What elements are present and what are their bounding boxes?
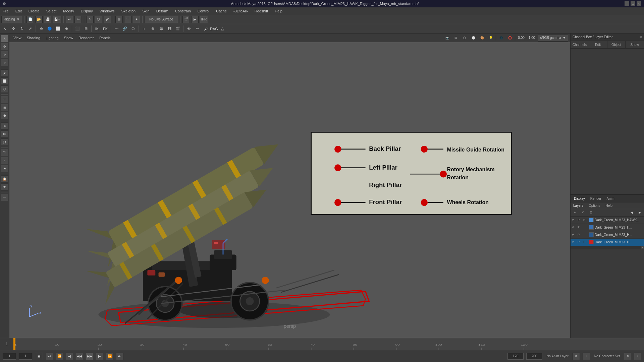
menu-redshift[interactable]: Redshift (253, 8, 269, 14)
vp-shading-menu[interactable]: Shading (25, 35, 42, 41)
layer-p0[interactable]: P (578, 218, 582, 222)
render-btn[interactable]: ▶ (191, 16, 199, 23)
viewport[interactable]: View Shading Lighting Show Renderer Pane… (9, 34, 570, 338)
snap-point-btn[interactable]: ✦ (133, 16, 140, 23)
gamma-dropdown[interactable]: sRGB gamma ▼ (538, 34, 568, 42)
vp-show-menu[interactable]: Show (62, 35, 75, 41)
save-btn[interactable]: 💾 (44, 16, 51, 23)
menu-display[interactable]: Display (79, 8, 94, 14)
wrap-btn[interactable]: ⬡ (129, 25, 137, 33)
vp-panels-menu[interactable]: Panels (97, 35, 113, 41)
layer-tool[interactable]: 📋 (1, 175, 8, 183)
save-as-btn[interactable]: 💾+ (53, 16, 61, 23)
ipr-btn[interactable]: IPR (200, 16, 208, 23)
menu-skeleton[interactable]: Skeleton (120, 8, 137, 14)
select-tool-btn[interactable]: ↖ (86, 16, 94, 23)
surface-tool[interactable]: ⊞ (1, 104, 8, 111)
new-layer-btn[interactable]: + (571, 209, 579, 216)
channels-tab[interactable]: Channels (571, 41, 589, 48)
vp-wire-btn[interactable]: ⬡ (461, 34, 468, 42)
delete-layer-btn[interactable]: ✕ (579, 209, 587, 216)
menu-help[interactable]: Help (273, 8, 284, 14)
wire-btn[interactable]: 🔗 (121, 25, 128, 33)
layer-p3[interactable]: P (578, 240, 582, 244)
layer-r3[interactable]: □ (583, 240, 588, 244)
edit-tab[interactable]: Edit (589, 41, 607, 48)
layer-scroll-left-btn[interactable]: ◀ (628, 209, 635, 216)
fk-btn[interactable]: FK (102, 25, 109, 33)
vp-grid-btn[interactable]: ⊞ (452, 34, 460, 42)
anim-layer-options-btn[interactable]: ⚙ (573, 353, 580, 360)
anim-icon[interactable]: 🎞 (166, 25, 173, 33)
undo-btn[interactable]: ↩ (66, 16, 73, 23)
polygon-tool[interactable]: ⬢ (1, 112, 8, 119)
dag-btn[interactable]: DAG (210, 25, 218, 33)
sculpt-tool[interactable]: ⬜ (1, 77, 8, 85)
layer-v1[interactable]: V (572, 226, 577, 229)
menu-select[interactable]: Select (45, 8, 58, 14)
display-tool[interactable]: 👁 (1, 183, 8, 191)
lattice-tool[interactable]: ⬡ (1, 85, 8, 93)
menu-3dtoa[interactable]: -3DtoAll- (232, 8, 249, 14)
translate-icon-btn[interactable]: ✛ (10, 25, 17, 33)
plus2-icon[interactable]: ⊕ (149, 25, 156, 33)
go-end-btn[interactable]: ⏭ (116, 353, 123, 360)
object-tab[interactable]: Object (607, 41, 626, 48)
layer-p1[interactable]: P (578, 226, 582, 229)
snap-grid-btn[interactable]: ⊞ (115, 16, 123, 23)
maximize-button[interactable]: □ (631, 1, 635, 6)
paint-btn[interactable]: 🖌 (104, 16, 111, 23)
show-tab[interactable]: Show (626, 41, 644, 48)
vp-cam-btn[interactable]: 📷 (443, 34, 451, 42)
layer-options-btn[interactable]: ⚙ (587, 209, 595, 216)
curve-tool[interactable]: 〰 (1, 96, 8, 103)
redo-btn[interactable]: ↪ (74, 16, 82, 23)
render-region-tool[interactable]: 🎬 (1, 149, 8, 156)
menu-edit[interactable]: Edit (14, 8, 23, 14)
ik-tool[interactable]: IK (1, 130, 8, 138)
step-forward-btn[interactable]: ▶ (96, 353, 103, 360)
vp-texture-btn[interactable]: 🎨 (478, 34, 486, 42)
cluster-btn[interactable]: ⊕ (63, 25, 70, 33)
scale-tool[interactable]: ⤢ (1, 59, 8, 66)
live-surface-btn[interactable]: No Live Surface (145, 16, 178, 23)
menu-modify[interactable]: Modify (62, 8, 75, 14)
range-end-input[interactable] (507, 353, 524, 360)
xray-btn[interactable]: 👁 (185, 25, 193, 33)
timeline-ruler[interactable]: 1 10 20 30 40 50 60 70 80 90 100 110 120 (13, 338, 644, 350)
layers-subtab[interactable]: Layers (572, 203, 585, 208)
vp-light-btn[interactable]: 💡 (487, 34, 494, 42)
plus-icon[interactable]: + (141, 25, 148, 33)
go-start-btn[interactable]: ⏮ (46, 353, 53, 360)
quick-sel-tool[interactable]: ★ (1, 165, 8, 172)
pivot-icon[interactable]: ⊞ (82, 25, 90, 33)
menu-windows[interactable]: Windows (98, 8, 116, 14)
chain-icon[interactable]: ⛓ (157, 25, 165, 33)
select-tool[interactable]: ↖ (1, 35, 8, 42)
rotate-tool[interactable]: ↻ (1, 51, 8, 58)
vp-smooth-btn[interactable]: ⚪ (470, 34, 477, 42)
ik-btn[interactable]: IK (93, 25, 101, 33)
next-key-btn[interactable]: ⏩ (106, 353, 113, 360)
vp-shadow-btn[interactable]: 🌑 (497, 34, 505, 42)
menu-deform[interactable]: Deform (155, 8, 170, 14)
anim-layer-add-btn[interactable]: + (583, 353, 590, 360)
menu-create[interactable]: Create (27, 8, 41, 14)
layer-r0[interactable]: R (583, 218, 588, 222)
wire2-btn[interactable]: ✏ (194, 25, 201, 33)
sculpt-btn[interactable]: 🔵 (46, 25, 53, 33)
anim-tab[interactable]: Anim (605, 196, 616, 201)
prev-key-btn[interactable]: ⏪ (56, 353, 63, 360)
render-tab[interactable]: Render (589, 196, 603, 201)
current-frame-input[interactable] (3, 353, 16, 360)
vp-renderer-menu[interactable]: Renderer (76, 35, 96, 41)
minimize-button[interactable]: — (625, 1, 629, 6)
layer-v2[interactable]: V (572, 233, 577, 236)
menu-constrain[interactable]: Constrain (174, 8, 192, 14)
render-settings-btn[interactable]: 🎬 (182, 16, 190, 23)
close-button[interactable]: ✕ (637, 1, 641, 6)
translate-tool[interactable]: ✛ (1, 43, 8, 50)
attribute-tool[interactable]: ≡ (1, 157, 8, 164)
joint-tool[interactable]: ⊕ (1, 122, 8, 130)
soft-mod-btn[interactable]: ⊙ (38, 25, 45, 33)
